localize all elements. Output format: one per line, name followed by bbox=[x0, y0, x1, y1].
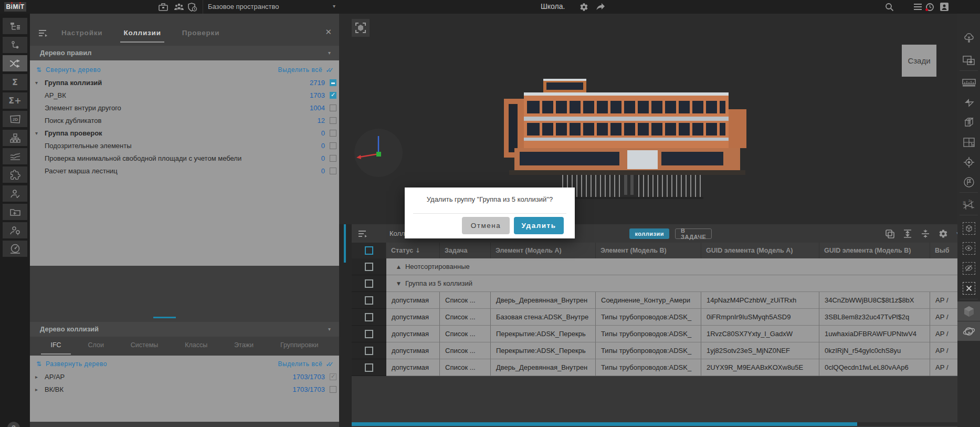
row-checkbox-cell[interactable] bbox=[352, 326, 386, 342]
expand-tree-link[interactable]: Развернуть дерево bbox=[46, 360, 107, 368]
floor-plan-icon[interactable] bbox=[957, 132, 980, 152]
scroll-thumb-vertical[interactable] bbox=[344, 224, 346, 263]
caret-up-icon[interactable]: ▲ bbox=[397, 264, 401, 269]
team-icon[interactable] bbox=[173, 2, 184, 12]
tab-collisions[interactable]: Коллизии bbox=[123, 25, 161, 43]
row-checkbox-cell[interactable] bbox=[352, 292, 386, 309]
checkbox-empty[interactable] bbox=[330, 117, 336, 124]
briefcase-icon[interactable] bbox=[158, 2, 168, 12]
checkbox-empty[interactable] bbox=[365, 263, 373, 271]
checkbox-empty[interactable] bbox=[365, 330, 373, 338]
tab-checks[interactable]: Проверки bbox=[182, 25, 220, 43]
collisions-tree-header[interactable]: Дерево коллизий ▾ bbox=[30, 322, 339, 337]
flag-icon[interactable] bbox=[957, 172, 980, 192]
tab-groupings[interactable]: Группировки bbox=[280, 336, 319, 356]
caret-right-icon[interactable]: ▸ bbox=[35, 387, 45, 392]
checkbox-empty[interactable] bbox=[330, 142, 336, 149]
col-element-a[interactable]: Элемент (Модель A) bbox=[491, 243, 596, 258]
select-all-link[interactable]: Выделить всё bbox=[278, 66, 322, 74]
chevron-down-icon[interactable]: ▾ bbox=[328, 322, 331, 337]
table-group-row[interactable]: ▲Неотсортированные bbox=[352, 258, 957, 275]
help-button[interactable]: ? bbox=[7, 422, 20, 427]
user-badge-icon[interactable] bbox=[940, 2, 950, 12]
row-checkbox-cell[interactable] bbox=[352, 258, 386, 275]
select-all-cell[interactable] bbox=[352, 243, 386, 258]
collapse-expand-icon[interactable]: ⇅ bbox=[36, 66, 41, 74]
copy-icon[interactable] bbox=[885, 229, 894, 238]
ruler-icon[interactable] bbox=[957, 72, 980, 92]
person-check-icon[interactable] bbox=[3, 185, 27, 202]
chevron-down-icon[interactable]: ▾ bbox=[333, 3, 335, 9]
checkbox-empty[interactable] bbox=[330, 168, 336, 174]
focus-target-icon[interactable] bbox=[957, 152, 980, 172]
tab-floors[interactable]: Этажи bbox=[234, 336, 254, 356]
orbit-icon[interactable] bbox=[957, 321, 980, 341]
col-task[interactable]: Задача bbox=[440, 243, 491, 258]
scroll-thumb[interactable] bbox=[352, 422, 857, 426]
checkbox-empty[interactable] bbox=[365, 246, 373, 255]
table-row[interactable]: допустимая Список ... Дверь_Деревянная_В… bbox=[352, 359, 957, 376]
frames-select-icon[interactable] bbox=[957, 50, 980, 70]
checkbox-indeterminate[interactable] bbox=[330, 79, 336, 86]
section-plane-icon[interactable] bbox=[957, 92, 980, 112]
table-row[interactable]: допустимая Список ... Перекрытие:ADSK_Пе… bbox=[352, 326, 957, 342]
tree-item[interactable]: Элемент внтури другого 1004 bbox=[30, 101, 339, 114]
shield-clock-icon[interactable] bbox=[187, 2, 198, 12]
select-all-link[interactable]: Выделить всё bbox=[278, 360, 322, 368]
isolate-box-icon[interactable] bbox=[957, 218, 980, 238]
scroll-thumb-horizontal[interactable] bbox=[153, 317, 176, 318]
tab-classes[interactable]: Классы bbox=[185, 336, 207, 356]
structure-tree-icon[interactable] bbox=[3, 18, 27, 34]
tab-ifc[interactable]: IFC bbox=[50, 336, 61, 356]
checkbox-empty[interactable] bbox=[330, 386, 336, 393]
table-row[interactable]: допустимая Список ... Перекрытие:ADSK_Пе… bbox=[352, 342, 957, 359]
fit-view-icon[interactable] bbox=[352, 19, 370, 37]
clear-box-icon[interactable] bbox=[957, 278, 980, 298]
col-extra[interactable]: Выб bbox=[930, 243, 957, 258]
tree-item[interactable]: Поиск дубликатов 12 bbox=[30, 114, 339, 127]
table-row[interactable]: допустимая Список ... Базовая стена:ADSK… bbox=[352, 309, 957, 326]
axes-gizmo[interactable] bbox=[354, 129, 403, 177]
hide-box-icon[interactable] bbox=[957, 258, 980, 278]
tab-settings[interactable]: Настройки bbox=[61, 25, 102, 43]
cube-view-icon[interactable] bbox=[957, 301, 980, 321]
collisions-shuffle-icon[interactable] bbox=[3, 55, 27, 71]
show-box-icon[interactable] bbox=[957, 238, 980, 258]
person-location-icon[interactable] bbox=[3, 222, 27, 238]
cancel-button[interactable]: Отмена bbox=[462, 217, 510, 234]
axes-grid-icon[interactable]: 12 bbox=[957, 195, 980, 214]
checkbox-empty[interactable] bbox=[365, 279, 373, 288]
checkbox-empty[interactable] bbox=[330, 130, 336, 137]
tree-item[interactable]: ▾ Группа коллизий 2719 bbox=[30, 76, 339, 89]
tree-item[interactable]: АР_ВК 1703 bbox=[30, 89, 339, 101]
workspace-selector[interactable]: Базовое пространство bbox=[208, 3, 279, 11]
row-collapse-icon[interactable] bbox=[921, 229, 930, 238]
toggle-in-task[interactable]: В ЗАДАЧЕ bbox=[675, 228, 712, 239]
tab-layers[interactable]: Слои bbox=[88, 336, 104, 356]
sort-desc-icon[interactable]: ↓ bbox=[415, 247, 420, 254]
2d-view-icon[interactable]: 2D bbox=[3, 111, 27, 127]
folder-share-icon[interactable] bbox=[3, 204, 27, 220]
gauge-icon[interactable] bbox=[3, 241, 27, 257]
tree-item[interactable]: Подозрительные элементы 0 bbox=[30, 139, 339, 152]
row-checkbox-cell[interactable] bbox=[352, 275, 386, 292]
puzzle-icon[interactable] bbox=[3, 166, 27, 183]
share-icon[interactable] bbox=[596, 3, 606, 12]
caret-right-icon[interactable]: ▸ bbox=[35, 374, 45, 380]
col-guid-a[interactable]: GUID элемента (Модель A) bbox=[701, 243, 819, 258]
checkbox-empty[interactable] bbox=[365, 347, 373, 355]
row-checkbox-cell[interactable] bbox=[352, 359, 386, 376]
row-checkbox-cell[interactable] bbox=[352, 309, 386, 326]
panel-menu-icon[interactable] bbox=[38, 29, 49, 39]
col-status[interactable]: Статус ↓ bbox=[386, 243, 440, 258]
caret-down-icon[interactable]: ▾ bbox=[35, 130, 45, 136]
checkbox-empty[interactable] bbox=[365, 363, 373, 372]
tree-item[interactable]: ▸ АР/АР 1703/1703 bbox=[30, 370, 339, 383]
col-element-b[interactable]: Элемент (Модель B) bbox=[596, 243, 701, 258]
checkbox-empty[interactable] bbox=[365, 313, 373, 321]
col-guid-b[interactable]: GUID элемента (Модель B) bbox=[819, 243, 930, 258]
checkbox-empty[interactable] bbox=[330, 105, 336, 111]
list-icon[interactable] bbox=[913, 3, 924, 12]
row-height-expand-icon[interactable] bbox=[903, 229, 912, 238]
tree-item[interactable]: Проверка минимальной свободной площади с… bbox=[30, 152, 339, 164]
